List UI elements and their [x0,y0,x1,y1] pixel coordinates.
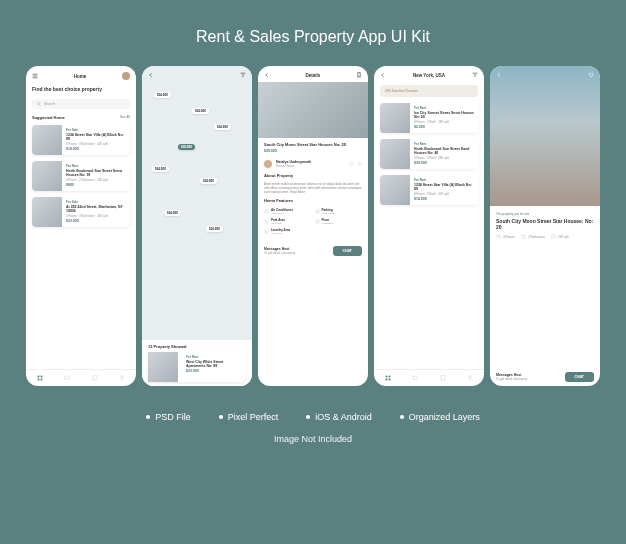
svg-point-0 [37,102,39,104]
listing-meta: 6 Room · 3 Bathroom · 420 sqft [66,142,126,146]
map-price-pin[interactable]: $24.000 [200,178,217,184]
screen-list: New York, USA 20% Sunshine Occasion For … [374,66,484,386]
feature-item: FloorHardwood [315,218,363,225]
bookmark-icon[interactable] [356,72,362,78]
agent-avatar [264,160,272,168]
listing-meta: 6 Room · 3 Bath · 420 sqft [414,192,474,196]
about-text: Amet minim mollit non deserunt ullamco e… [258,180,368,197]
nav-home-icon[interactable] [385,375,391,381]
property-card[interactable]: For Rent North Boulevard Sun Street Sand… [380,139,478,169]
svg-rect-8 [388,376,390,378]
nav-bookmark-icon[interactable] [440,375,446,381]
chat-button[interactable]: CHAT [333,246,362,256]
screen-details: Details South City Moon Street Star Hous… [258,66,368,386]
menu-icon[interactable] [32,73,38,79]
nav-bookmark-icon[interactable] [92,375,98,381]
property-card[interactable]: For Sale 1234 Street Star Villa (A) Bloc… [32,125,130,155]
bottom-nav [26,369,136,386]
listing-title: 1234 Street Star Villa (A) Block No: 89 [414,183,474,191]
listing-title: North Boulevard Sun Street Sand Houses N… [414,147,474,155]
map-price-pin[interactable]: $24.000 [192,108,209,114]
park-icon [264,219,269,224]
nav-profile-icon[interactable] [119,375,125,381]
svg-rect-1 [37,376,39,378]
property-title: South City Moon Street Star Houses No: 2… [264,143,362,148]
property-image [32,161,62,191]
listing-meta: 4 Room · 2 Bath · 260 sqft [414,156,474,160]
map-price-pin[interactable]: $24.000 [214,124,231,130]
user-avatar[interactable] [122,72,130,80]
property-card[interactable]: For Rent Ice City Sunset Street Snow Hou… [380,103,478,133]
property-hero-image [258,82,368,138]
svg-rect-11 [413,376,418,379]
result-count: 12 Property Showed [148,344,246,349]
svg-rect-4 [40,379,42,381]
svg-rect-10 [388,379,390,381]
back-icon[interactable] [380,72,386,78]
map-view[interactable]: $24.000 $24.000 $18.000 $24.000 $24.000 … [142,66,252,386]
map-result-card[interactable]: For Rent West City White Street Apartmen… [148,352,246,382]
nav-profile-icon[interactable] [467,375,473,381]
listing-tag: For Sale [66,200,126,204]
bottom-nav [374,369,484,386]
see-all-link[interactable]: See All [120,115,130,120]
back-icon[interactable] [148,72,154,78]
listing-tag: For Sale [66,128,126,132]
back-icon[interactable] [496,72,502,78]
feature-item: ParkingHave 2 slot [315,208,363,215]
filter-icon[interactable] [240,72,246,78]
search-icon [37,102,41,106]
bed-icon [496,234,501,239]
mail-icon[interactable] [357,161,362,166]
agent-row[interactable]: Natalya Undergrowth House Owner [258,157,368,171]
map-price-pin[interactable]: $24.000 [206,226,223,232]
svg-rect-7 [385,376,387,378]
listing-price: $18.000 [414,197,474,201]
svg-rect-3 [37,379,39,381]
property-hero-full [490,66,600,206]
property-price: $39.000 [264,149,362,153]
meta-rooms: 4 Rooms [496,234,515,239]
svg-point-12 [469,376,471,378]
parking-icon [315,209,320,214]
back-icon[interactable] [264,72,270,78]
filter-icon[interactable] [472,72,478,78]
listing-title: 1234 Street Star Villa (A) Block No: 89 [66,133,126,141]
svg-rect-5 [65,376,70,379]
svg-rect-9 [385,379,387,381]
map-price-pin-active[interactable]: $18.000 [178,144,195,150]
features-label: Home Features [264,198,293,203]
call-icon[interactable] [349,161,354,166]
floor-icon [315,219,320,224]
page-title: Rent & Sales Property App UI Kit [196,28,430,46]
bullet-item: iOS & Android [315,412,372,422]
listing-tag: For Rent [66,164,126,168]
meta-bath: 2 Bathrooms [521,234,545,239]
bullet-item: Organized Layers [409,412,480,422]
property-card[interactable]: For Rent 1234 Street Star Villa (A) Bloc… [380,175,478,205]
area-icon [551,234,556,239]
meta-area: 200 sqft [551,234,569,239]
bath-icon [521,234,526,239]
nav-chat-icon[interactable] [412,375,418,381]
search-input[interactable]: Search [32,99,130,109]
listing-title: North Boulevard Sun Street Snow Houses N… [66,169,126,177]
nav-chat-icon[interactable] [64,375,70,381]
map-price-pin[interactable]: $24.000 [154,92,171,98]
bullet-item: PSD File [155,412,191,422]
map-price-pin[interactable]: $24.000 [152,166,169,172]
listing-title: Ice City Sunset Street Snow Houses No: 2… [414,111,474,119]
listing-meta: 3 Room · 2 Bath · 180 sqft [414,120,474,124]
nav-home-icon[interactable] [37,375,43,381]
header-title: Details [306,73,321,78]
screen-home: Home Find the best choice property Searc… [26,66,136,386]
property-card[interactable]: For Rent North Boulevard Sun Street Snow… [32,161,130,191]
heart-icon[interactable] [588,72,594,78]
listing-tag: For Rent [186,355,242,359]
chat-button[interactable]: CHAT [565,372,594,382]
cta-sub: To get detail of property [264,251,295,255]
listing-meta: 5 Room · 3 Bathroom · 350 sqft [66,214,126,218]
map-price-pin[interactable]: $24.000 [164,210,181,216]
property-card[interactable]: For Sale At 228 42nd Street, Manhattan, … [32,197,130,227]
listing-tag: For Rent [414,178,474,182]
